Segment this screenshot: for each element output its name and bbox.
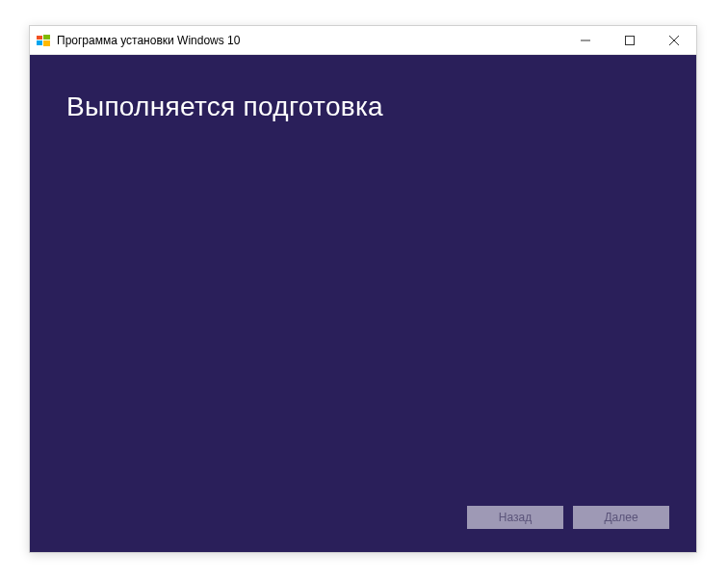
svg-rect-0 (37, 36, 42, 40)
app-icon (36, 33, 51, 48)
navigation-buttons: Назад Далее (467, 506, 669, 529)
next-button[interactable]: Далее (573, 506, 669, 529)
maximize-button[interactable] (608, 26, 652, 54)
minimize-button[interactable] (563, 26, 608, 54)
installer-window: Программа установки Windows 10 Выполняет… (29, 25, 697, 553)
close-button[interactable] (652, 26, 696, 54)
titlebar: Программа установки Windows 10 (30, 26, 696, 55)
page-heading: Выполняется подготовка (30, 55, 696, 122)
svg-rect-2 (37, 40, 42, 45)
svg-rect-3 (43, 40, 50, 46)
svg-rect-1 (43, 35, 50, 40)
svg-rect-5 (626, 36, 635, 44)
window-controls (563, 26, 696, 54)
window-title: Программа установки Windows 10 (57, 34, 563, 47)
content-area: Выполняется подготовка Назад Далее (30, 55, 696, 552)
back-button[interactable]: Назад (467, 506, 563, 529)
